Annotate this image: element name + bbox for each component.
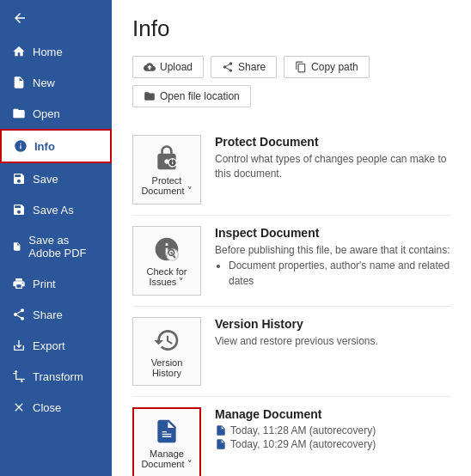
sidebar-label-open: Open (33, 107, 60, 120)
manage-title: Manage Document (215, 407, 450, 421)
manage-icon-box[interactable]: Manage Document ˅ (132, 407, 201, 476)
toolbar: Upload Share Copy path Open file locatio… (132, 56, 450, 107)
sidebar-item-export[interactable]: Export (0, 330, 112, 361)
main-content: Info Upload Share Copy path Open file lo… (112, 0, 471, 476)
sidebar-label-export: Export (33, 339, 65, 352)
protect-panel: Protect Document ˅ Protect Document Cont… (132, 125, 450, 216)
share-toolbar-icon (222, 61, 234, 73)
sidebar-item-home[interactable]: Home (0, 36, 112, 67)
manage-entry-0-label: Today, 11:28 AM (autorecovery) (230, 424, 376, 436)
open-file-location-label: Open file location (160, 90, 240, 102)
sidebar-item-new[interactable]: New (0, 67, 112, 98)
transform-icon (12, 369, 26, 383)
sidebar-label-transform: Transform (33, 370, 83, 383)
sidebar-item-close[interactable]: Close (0, 392, 112, 423)
copy-icon (295, 61, 307, 73)
folder-open-icon (144, 90, 156, 102)
manage-entry-1-label: Today, 10:29 AM (autorecovery) (230, 438, 376, 450)
upload-button[interactable]: Upload (132, 56, 204, 78)
word-icon-1 (215, 438, 227, 450)
sidebar-item-save-as[interactable]: Save As (0, 194, 112, 225)
manage-text: Manage Document Today, 11:28 AM (autorec… (215, 407, 450, 450)
copy-path-label: Copy path (311, 61, 358, 73)
sidebar-label-share: Share (33, 308, 63, 321)
sidebar-label-save-as: Save As (33, 204, 74, 217)
share-icon (12, 308, 26, 321)
sidebar-item-share[interactable]: Share (0, 299, 112, 330)
word-icon-0 (215, 424, 227, 436)
manage-entry-0: Today, 11:28 AM (autorecovery) (215, 424, 450, 436)
inspect-panel: Check for Issues ˅ Inspect Document Befo… (132, 216, 450, 307)
version-text: Version History View and restore previou… (215, 317, 450, 349)
sidebar: Home New Open Info Save Save As Save as … (0, 0, 112, 476)
sidebar-item-info[interactable]: Info (0, 129, 112, 163)
version-description: View and restore previous versions. (215, 334, 450, 349)
inspect-title: Inspect Document (215, 226, 450, 240)
upload-icon (144, 61, 156, 73)
protect-icon-box[interactable]: Protect Document ˅ (132, 135, 201, 204)
sidebar-label-print: Print (33, 278, 56, 290)
share-label: Share (238, 61, 266, 73)
sidebar-item-print[interactable]: Print (0, 268, 112, 299)
page-title: Info (132, 15, 450, 42)
version-icon-box[interactable]: Version History (132, 317, 201, 386)
save-icon (12, 172, 26, 186)
protect-description: Control what types of changes people can… (215, 152, 450, 181)
manage-icon-label: Manage Document ˅ (141, 449, 192, 470)
sidebar-label-new: New (33, 76, 55, 89)
protect-text: Protect Document Control what types of c… (215, 135, 450, 181)
new-icon (12, 76, 26, 89)
inspect-text: Inspect Document Before publishing this … (215, 226, 450, 289)
manage-panel: Manage Document ˅ Manage Document Today,… (132, 397, 450, 476)
back-button[interactable] (0, 0, 112, 36)
sidebar-label-info: Info (34, 140, 55, 153)
back-icon (12, 10, 28, 26)
sidebar-item-save[interactable]: Save (0, 163, 112, 194)
export-icon (12, 339, 26, 352)
sidebar-label-adobe: Save as Adobe PDF (28, 234, 100, 259)
close-icon (12, 400, 26, 414)
version-icon (153, 326, 180, 354)
lock-icon (153, 144, 180, 172)
inspect-bullets: Document properties, author's name and r… (229, 258, 450, 289)
version-panel: Version History Version History View and… (132, 307, 450, 397)
info-icon (14, 139, 28, 153)
protect-title: Protect Document (215, 135, 450, 149)
sidebar-label-home: Home (33, 46, 63, 58)
version-title: Version History (215, 317, 450, 331)
inspect-icon (153, 235, 180, 263)
version-icon-label: Version History (151, 357, 183, 378)
manage-entry-1: Today, 10:29 AM (autorecovery) (215, 438, 450, 450)
open-file-location-button[interactable]: Open file location (132, 85, 251, 107)
inspect-bullet-0: Document properties, author's name and r… (229, 258, 450, 289)
share-button[interactable]: Share (211, 56, 277, 78)
inspect-icon-box[interactable]: Check for Issues ˅ (132, 226, 201, 296)
upload-label: Upload (160, 61, 193, 73)
sidebar-label-save: Save (33, 173, 58, 186)
copy-path-button[interactable]: Copy path (284, 56, 370, 78)
inspect-description: Before publishing this file, be aware th… (215, 243, 450, 258)
inspect-icon-label: Check for Issues ˅ (146, 266, 187, 288)
sidebar-label-close: Close (33, 401, 61, 414)
save-as-icon (12, 203, 26, 217)
manage-icon (153, 418, 180, 445)
protect-icon-label: Protect Document ˅ (141, 175, 192, 197)
sidebar-item-transform[interactable]: Transform (0, 361, 112, 392)
sidebar-item-adobe[interactable]: Save as Adobe PDF (0, 225, 112, 268)
open-icon (12, 107, 26, 120)
print-icon (12, 277, 26, 290)
sidebar-item-open[interactable]: Open (0, 98, 112, 129)
adobe-icon (12, 240, 21, 253)
home-icon (12, 45, 26, 58)
